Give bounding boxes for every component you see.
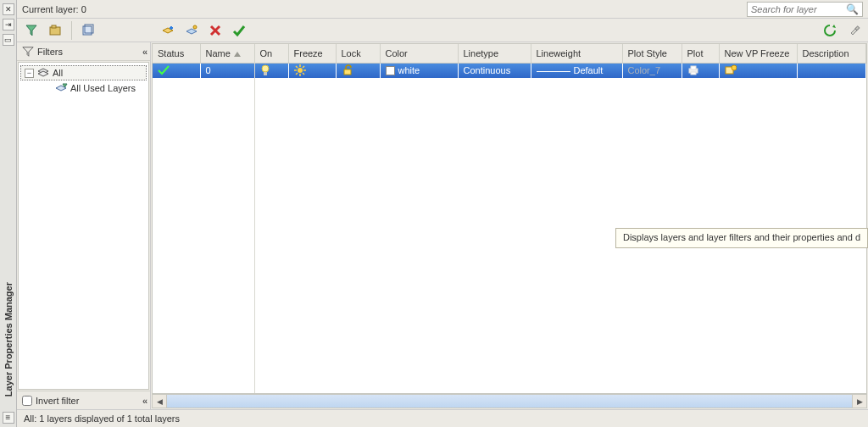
col-lock[interactable]: Lock	[336, 44, 380, 63]
horizontal-scrollbar[interactable]: ◀ ▶	[152, 394, 867, 408]
autohide-icon[interactable]: ⇥	[3, 19, 14, 30]
tooltip: Displays layers and layer filters and th…	[615, 228, 868, 248]
col-name[interactable]: Name	[200, 44, 254, 63]
svg-marker-10	[832, 25, 836, 28]
status-bar: All: 1 layers displayed of 1 total layer…	[17, 410, 868, 427]
col-color[interactable]: Color	[380, 44, 458, 63]
layers-filter-icon	[54, 82, 68, 94]
col-freeze[interactable]: Freeze	[288, 44, 336, 63]
col-plot[interactable]: Plot	[682, 44, 719, 63]
new-group-filter-button[interactable]	[46, 21, 64, 40]
col-newvp[interactable]: New VP Freeze	[719, 44, 797, 63]
toolbar-divider	[71, 21, 72, 40]
new-property-filter-button[interactable]	[22, 21, 41, 40]
filters-label: Filters	[37, 47, 63, 57]
column-divider	[254, 63, 255, 393]
tree-node-all[interactable]: − All	[20, 65, 147, 80]
col-status[interactable]: Status	[153, 44, 200, 63]
layer-search-input[interactable]	[751, 4, 844, 14]
sort-asc-icon	[234, 52, 241, 57]
filters-panel: Filters « − All All Used Layers Invert f…	[17, 42, 151, 409]
layer-search[interactable]: 🔍	[747, 2, 863, 17]
collapse-node-icon[interactable]: −	[25, 69, 34, 78]
col-name-label: Name	[206, 48, 231, 58]
svg-point-16	[298, 68, 303, 73]
scroll-thumb[interactable]	[167, 395, 852, 408]
cell-lineweight[interactable]: Default	[531, 63, 622, 78]
toolbar	[17, 19, 868, 42]
body: Filters « − All All Used Layers Invert f…	[17, 42, 868, 410]
search-icon[interactable]: 🔍	[846, 3, 859, 15]
col-description[interactable]: Description	[797, 44, 866, 63]
check-icon	[158, 65, 170, 75]
color-label: white	[398, 65, 420, 75]
table-row[interactable]: 0 white Continuous	[153, 63, 866, 78]
delete-layer-button[interactable]	[206, 21, 225, 40]
tree-label: All Used Layers	[70, 83, 136, 93]
col-lineweight[interactable]: Lineweight	[531, 44, 622, 63]
cell-on[interactable]	[254, 63, 288, 78]
filters-header: Filters «	[17, 42, 150, 61]
svg-point-7	[193, 25, 197, 29]
printer-icon	[687, 65, 699, 75]
layers-stack-icon	[36, 67, 50, 79]
layer-table-panel: Status Name On Freeze Lock Color Linetyp…	[151, 42, 868, 409]
palette-footer-icon[interactable]: ≡	[3, 412, 14, 424]
col-linetype[interactable]: Linetype	[458, 44, 531, 63]
svg-rect-27	[691, 66, 696, 69]
refresh-button[interactable]	[821, 21, 839, 40]
svg-marker-12	[23, 47, 33, 56]
collapse-filters-icon[interactable]: «	[142, 47, 145, 57]
invert-filter-label: Invert filter	[36, 396, 79, 406]
svg-rect-15	[264, 72, 267, 75]
new-layer-button[interactable]	[159, 21, 177, 40]
scroll-right-icon[interactable]: ▶	[852, 395, 866, 408]
svg-point-14	[262, 65, 269, 72]
svg-rect-25	[344, 69, 351, 75]
properties-icon[interactable]: ▭	[3, 34, 14, 46]
svg-line-23	[303, 66, 304, 68]
cell-description[interactable]	[797, 63, 866, 78]
layer-states-button[interactable]	[79, 21, 97, 40]
scroll-left-icon[interactable]: ◀	[153, 395, 167, 408]
new-vp-freeze-icon	[725, 64, 737, 76]
cell-newvp[interactable]	[719, 63, 797, 78]
layer-table[interactable]: Status Name On Freeze Lock Color Linetyp…	[153, 44, 866, 78]
color-swatch	[386, 66, 395, 75]
cell-freeze[interactable]	[288, 63, 336, 78]
palette-title: Layer Properties Manager	[3, 282, 14, 396]
close-icon[interactable]: ✕	[3, 3, 14, 15]
filter-tree[interactable]: − All All Used Layers	[18, 62, 149, 390]
app-frame: Current layer: 0 🔍	[17, 0, 868, 427]
status-text: All: 1 layers displayed of 1 total layer…	[24, 413, 180, 424]
col-plotstyle[interactable]: Plot Style	[622, 44, 682, 63]
cell-lock[interactable]	[336, 63, 380, 78]
cell-plot[interactable]	[682, 63, 719, 78]
filter-icon	[22, 46, 34, 58]
settings-button[interactable]	[844, 21, 863, 40]
new-layer-vp-frozen-button[interactable]	[182, 21, 201, 40]
cell-linetype[interactable]: Continuous	[458, 63, 531, 78]
scroll-track[interactable]	[167, 395, 852, 408]
collapse-filters-icon-2[interactable]: «	[142, 396, 145, 406]
table-header-row: Status Name On Freeze Lock Color Linetyp…	[153, 44, 866, 63]
svg-rect-2	[52, 25, 56, 28]
cell-name[interactable]: 0	[200, 63, 254, 78]
cell-status[interactable]	[153, 63, 200, 78]
cell-color[interactable]: white	[380, 63, 458, 78]
tooltip-text: Displays layers and layer filters and th…	[623, 232, 860, 242]
palette-titlebar: ✕ ⇥ ▭ Layer Properties Manager ≡	[0, 0, 17, 427]
svg-marker-0	[26, 25, 36, 36]
lineweight-sample	[537, 71, 570, 72]
current-layer-label: Current layer: 0	[22, 4, 86, 14]
bulb-on-icon	[260, 64, 270, 76]
set-current-button[interactable]	[230, 21, 248, 40]
invert-filter-checkbox[interactable]	[22, 396, 32, 406]
sun-icon	[294, 64, 306, 76]
header-bar: Current layer: 0 🔍	[17, 0, 868, 19]
tree-node-all-used[interactable]: All Used Layers	[20, 80, 147, 96]
cell-plotstyle[interactable]: Color_7	[622, 63, 682, 78]
col-on[interactable]: On	[254, 44, 288, 63]
svg-line-22	[303, 73, 304, 75]
lineweight-label: Default	[574, 65, 604, 75]
